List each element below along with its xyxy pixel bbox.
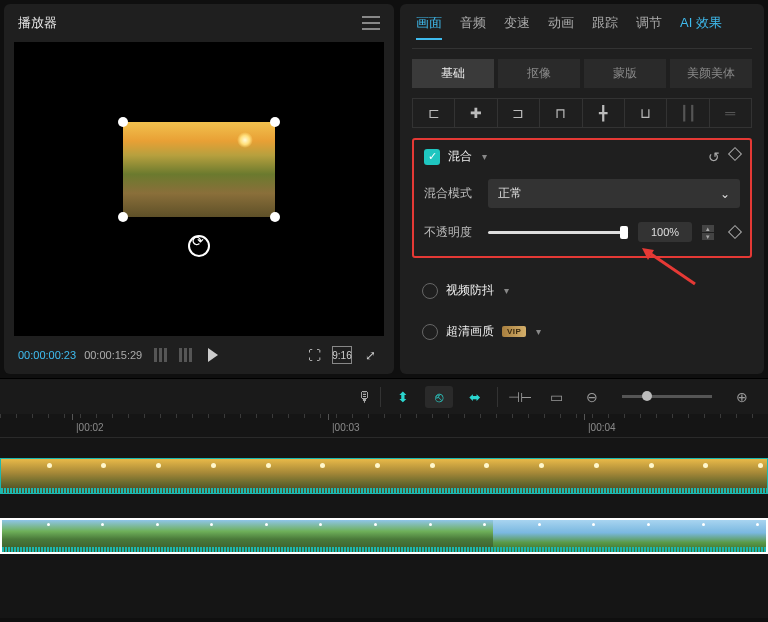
- tab-audio[interactable]: 音频: [460, 14, 486, 40]
- align-left-icon[interactable]: ⊏: [413, 99, 455, 127]
- blend-mode-value: 正常: [498, 185, 522, 202]
- annotation-arrow-icon: [640, 246, 700, 286]
- link-icon[interactable]: ⎋: [425, 386, 453, 408]
- hq-checkbox[interactable]: [422, 324, 438, 340]
- align-top-icon[interactable]: ⊓: [540, 99, 582, 127]
- video-track-2[interactable]: [0, 518, 768, 558]
- tick-label: |00:03: [332, 422, 360, 433]
- selected-clip-frame[interactable]: [123, 122, 275, 217]
- opacity-stepper[interactable]: ▴▾: [702, 225, 714, 240]
- zoom-in-icon[interactable]: ⊕: [728, 386, 756, 408]
- tab-adjust[interactable]: 调节: [636, 14, 662, 40]
- resize-handle-bl[interactable]: [118, 212, 128, 222]
- opacity-label: 不透明度: [424, 224, 478, 241]
- distribute-v-icon: ═: [710, 99, 751, 127]
- tab-tracking[interactable]: 跟踪: [592, 14, 618, 40]
- magnet-icon[interactable]: ⬍: [389, 386, 417, 408]
- align-bottom-icon[interactable]: ⊔: [625, 99, 667, 127]
- opacity-slider[interactable]: [488, 231, 628, 234]
- chevron-down-icon: ⌄: [720, 187, 730, 201]
- keyframe-icon[interactable]: [728, 146, 742, 160]
- clip-preview-image: [123, 122, 275, 217]
- timeline-ruler[interactable]: |00:02 |00:03 |00:04: [0, 414, 768, 438]
- distribute-h-icon: ┃┃: [667, 99, 709, 127]
- fullscreen-icon[interactable]: ⤢: [360, 346, 380, 364]
- align-hcenter-icon[interactable]: ✚: [455, 99, 497, 127]
- aspect-ratio-display[interactable]: 9:16: [332, 346, 352, 364]
- opacity-value[interactable]: 100%: [638, 222, 692, 242]
- align-right-icon[interactable]: ⊐: [498, 99, 540, 127]
- align-vcenter-icon[interactable]: ╋: [583, 99, 625, 127]
- timeline-panel: |00:02 |00:03 |00:04: [0, 414, 768, 618]
- blend-label: 混合: [448, 148, 472, 165]
- tab-ai-effect[interactable]: AI 效果: [680, 14, 722, 40]
- clip-bar-1[interactable]: [0, 458, 768, 494]
- reset-icon[interactable]: ↺: [708, 149, 720, 165]
- tick-label: |00:04: [588, 422, 616, 433]
- frame-prev-icon[interactable]: [154, 348, 167, 362]
- chevron-down-icon[interactable]: ▾: [504, 285, 509, 296]
- snap-icon[interactable]: ⬌: [461, 386, 489, 408]
- preview-mode-icon[interactable]: ▭: [542, 386, 570, 408]
- sub-tab-matting[interactable]: 抠像: [498, 59, 580, 88]
- hq-label: 超清画质: [446, 323, 494, 340]
- blend-mode-select[interactable]: 正常 ⌄: [488, 179, 740, 208]
- tab-speed[interactable]: 变速: [504, 14, 530, 40]
- tick-label: |00:02: [76, 422, 104, 433]
- mic-icon[interactable]: 🎙: [357, 388, 372, 405]
- player-title: 播放器: [18, 14, 57, 32]
- player-canvas[interactable]: [14, 42, 384, 336]
- sync-icon[interactable]: [188, 235, 210, 257]
- vip-badge: VIP: [502, 326, 526, 337]
- timecode-total: 00:00:15:29: [84, 349, 142, 361]
- zoom-slider[interactable]: [622, 395, 712, 398]
- sub-tab-beauty[interactable]: 美颜美体: [670, 59, 752, 88]
- timeline-toolbar: 🎙 ⬍ ⎋ ⬌ ⊣⊢ ▭ ⊖ ⊕: [0, 378, 768, 414]
- stabilize-checkbox[interactable]: [422, 283, 438, 299]
- play-button[interactable]: [208, 348, 218, 362]
- sub-tab-mask[interactable]: 蒙版: [584, 59, 666, 88]
- frame-next-icon[interactable]: [179, 348, 192, 362]
- blend-checkbox[interactable]: [424, 149, 440, 165]
- stabilize-label: 视频防抖: [446, 282, 494, 299]
- align-clip-icon[interactable]: ⊣⊢: [506, 386, 534, 408]
- properties-panel: 画面 音频 变速 动画 跟踪 调节 AI 效果 基础 抠像 蒙版 美颜美体 ⊏ …: [400, 4, 764, 374]
- resize-handle-tr[interactable]: [270, 117, 280, 127]
- resize-handle-br[interactable]: [270, 212, 280, 222]
- slider-thumb[interactable]: [620, 226, 628, 239]
- chevron-down-icon[interactable]: ▾: [536, 326, 541, 337]
- tab-animation[interactable]: 动画: [548, 14, 574, 40]
- clip-bar-2[interactable]: [0, 518, 768, 554]
- blend-section-highlighted: 混合 ▾ ↺ 混合模式 正常 ⌄ 不透明度 100%: [412, 138, 752, 258]
- timecode-current: 00:00:00:23: [18, 349, 76, 361]
- tab-picture[interactable]: 画面: [416, 14, 442, 40]
- sub-tab-basic[interactable]: 基础: [412, 59, 494, 88]
- blend-mode-label: 混合模式: [424, 185, 478, 202]
- menu-icon[interactable]: [362, 16, 380, 30]
- video-track-1[interactable]: [0, 458, 768, 498]
- svg-line-0: [648, 252, 695, 284]
- opacity-keyframe-icon[interactable]: [728, 225, 742, 239]
- chevron-down-icon[interactable]: ▾: [482, 151, 487, 162]
- focus-icon[interactable]: ⛶: [304, 346, 324, 364]
- player-panel: 播放器 00:00:00:23 00:00:15:29 ⛶: [4, 4, 394, 374]
- zoom-out-icon[interactable]: ⊖: [578, 386, 606, 408]
- resize-handle-tl[interactable]: [118, 117, 128, 127]
